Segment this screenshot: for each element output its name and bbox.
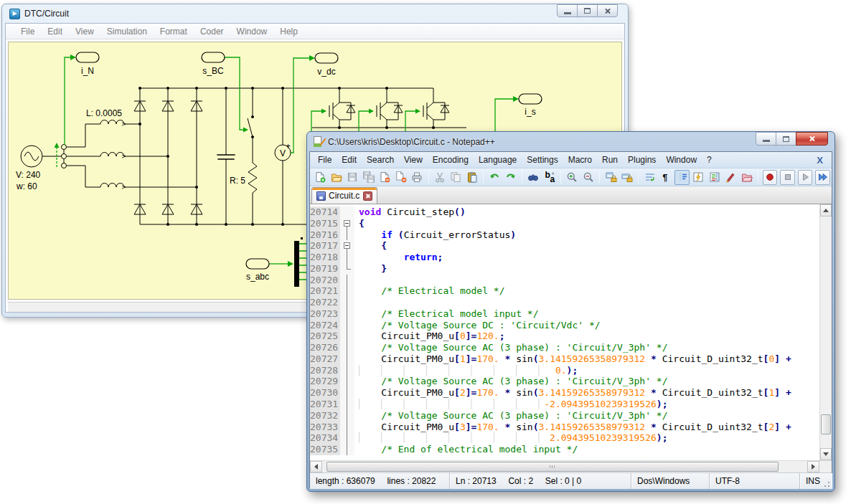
line-number: 20732	[310, 410, 340, 422]
document-map-button[interactable]	[707, 170, 722, 185]
print-button[interactable]	[410, 170, 425, 185]
toolbar-separator	[522, 171, 522, 184]
vertical-scrollbar[interactable]	[819, 204, 832, 460]
horizontal-scroll-track[interactable]	[322, 461, 807, 472]
macro-record-button[interactable]	[763, 170, 778, 185]
npp-menu-macro[interactable]: Macro	[563, 155, 597, 165]
npp-menu-window[interactable]: Window	[661, 155, 702, 165]
tab-close-button[interactable]	[363, 191, 372, 201]
scroll-down-arrow[interactable]	[820, 448, 832, 460]
port-s-bc[interactable]: s_BC	[202, 52, 225, 76]
npp-close-button[interactable]	[796, 132, 828, 146]
menu-close-document-button[interactable]: X	[811, 155, 829, 166]
npp-menu-language[interactable]: Language	[474, 155, 522, 165]
scroll-left-arrow[interactable]	[310, 461, 322, 472]
plecs-menu-view[interactable]: View	[69, 27, 100, 37]
save-button[interactable]	[345, 170, 360, 185]
sync-horizontal-scroll-button[interactable]	[620, 170, 635, 185]
minimize-button[interactable]	[557, 4, 578, 17]
fold-collapse-marker[interactable]	[340, 218, 354, 229]
plecs-menu-file[interactable]: File	[14, 27, 41, 37]
macro-stop-button[interactable]	[780, 170, 795, 185]
copy-button[interactable]	[448, 170, 464, 185]
redo-button[interactable]	[504, 170, 519, 185]
function-list-button[interactable]	[691, 170, 706, 185]
npp-menu-search[interactable]: Search	[362, 155, 399, 165]
npp-maximize-button[interactable]	[776, 132, 796, 146]
close-file-button[interactable]	[377, 170, 392, 185]
close-button[interactable]	[597, 4, 618, 17]
zoom-out-button[interactable]	[581, 170, 596, 185]
code-text: /* Voltage Source AC (3 phase) : 'Circui…	[354, 376, 667, 387]
fold-guide	[340, 285, 354, 297]
npp-menu-encoding[interactable]: Encoding	[428, 155, 474, 165]
port-v-dc[interactable]: v_dc	[315, 53, 338, 77]
fold-guide	[340, 422, 354, 433]
show-indent-guide-button[interactable]	[674, 170, 690, 185]
plecs-menu-coder[interactable]: Coder	[194, 27, 230, 37]
npp-titlebar[interactable]: C:\Users\kris\Desktop\Circuit.c - Notepa…	[309, 132, 832, 151]
scroll-right-arrow[interactable]	[807, 461, 819, 472]
toolbar-separator	[599, 171, 600, 184]
code-editor[interactable]: 20714void Circuit_step()20715{20716 if (…	[310, 204, 832, 460]
maximize-button[interactable]	[577, 4, 598, 17]
plecs-menu-window[interactable]: Window	[230, 27, 274, 37]
print-icon	[411, 171, 423, 183]
open-file-button[interactable]	[329, 170, 344, 185]
scroll-up-arrow[interactable]	[820, 204, 832, 217]
status-eol-format[interactable]: Dos\Windows	[631, 473, 710, 489]
plecs-menu-simulation[interactable]: Simulation	[100, 27, 154, 37]
npp-menu-plugins[interactable]: Plugins	[623, 155, 661, 165]
port-i-n[interactable]: i_N	[76, 52, 99, 76]
fold-guide	[340, 399, 354, 410]
folder-as-workspace-button[interactable]	[739, 170, 754, 185]
npp-menu-file[interactable]: File	[313, 155, 337, 165]
sync-vertical-scroll-button[interactable]	[603, 170, 619, 185]
npp-menu-view[interactable]: View	[399, 155, 428, 165]
plecs-menu-edit[interactable]: Edit	[41, 27, 69, 37]
find-button[interactable]	[526, 170, 541, 185]
current-sensors[interactable]	[62, 145, 67, 168]
word-wrap-button[interactable]	[642, 170, 657, 185]
fold-collapse-marker[interactable]	[340, 240, 354, 252]
resize-grip[interactable]	[822, 479, 831, 488]
npp-menu-settings[interactable]: Settings	[522, 155, 563, 165]
vertical-scroll-track[interactable]	[820, 217, 832, 448]
npp-minimize-button[interactable]	[756, 132, 776, 146]
replace-button[interactable]: ba	[542, 170, 558, 185]
igbt-inverter[interactable]	[329, 103, 449, 120]
plecs-titlebar[interactable]: ▶ DTC/Circuit	[5, 4, 625, 23]
doc-switcher-button[interactable]	[723, 170, 738, 185]
new-file-button[interactable]	[313, 170, 328, 185]
inductor-bank[interactable]: L: 0.0005	[86, 108, 126, 189]
macro-run-multiple-button[interactable]	[815, 170, 830, 185]
show-all-characters-button[interactable]: ¶	[659, 170, 674, 185]
function-list-icon	[692, 171, 704, 183]
code-text: {	[354, 218, 365, 229]
ac-voltage-source[interactable]: V: 240 w: 60	[16, 146, 42, 191]
paste-button[interactable]	[465, 170, 480, 185]
zoom-in-button[interactable]	[565, 170, 580, 185]
plecs-menu-help[interactable]: Help	[273, 27, 304, 37]
horizontal-scroll-thumb[interactable]	[326, 462, 779, 472]
port-i-s[interactable]: i_s	[519, 94, 542, 117]
npp-menu-edit[interactable]: Edit	[337, 155, 362, 165]
save-all-button[interactable]	[362, 170, 377, 185]
vertical-scroll-thumb[interactable]	[821, 414, 831, 434]
npp-menu-run[interactable]: Run	[597, 155, 623, 165]
toolbar-separator	[758, 171, 758, 184]
tab-circuit-c[interactable]: Circuit.c	[311, 187, 377, 204]
close-all-button[interactable]	[394, 170, 409, 185]
cut-button[interactable]	[433, 170, 448, 185]
macro-play-button[interactable]	[798, 170, 813, 185]
port-s-abc[interactable]: s_abc	[246, 259, 269, 282]
undo-icon	[489, 171, 500, 183]
undo-button[interactable]	[487, 170, 502, 185]
status-encoding[interactable]: UTF-8	[710, 473, 800, 489]
code-text: /* Voltage Source AC (3 phase) : 'Circui…	[354, 342, 667, 353]
npp-menu-help[interactable]: ?	[702, 155, 717, 165]
redo-icon	[505, 171, 517, 183]
brake-resistor[interactable]: R: 5	[230, 163, 257, 224]
plecs-menu-format[interactable]: Format	[154, 27, 194, 37]
horizontal-scrollbar[interactable]	[310, 460, 832, 472]
